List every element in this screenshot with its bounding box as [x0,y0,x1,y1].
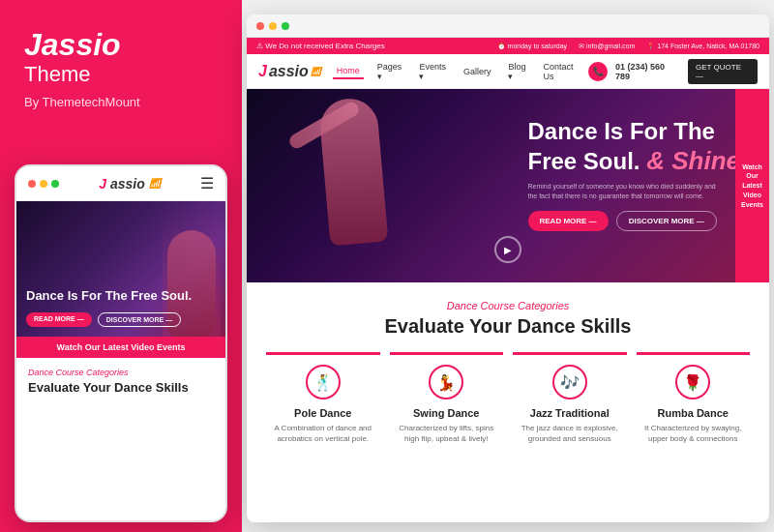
get-quote-button[interactable]: GET QUOTE — [688,59,758,84]
hero-discover-btn[interactable]: DISCOVER MORE — [616,211,717,231]
cat-card-name-0: Pole Dance [274,407,372,419]
info-schedule: ⏰ monday to saturday [497,43,567,50]
cat-card-desc-2: The jazz dance is explosive, grounded an… [521,423,619,444]
hero-title-line1: Dance Is For The [528,118,741,146]
info-address: 📍 174 Foster Ave, Natick, MA 01780 [646,43,759,50]
brand-title: Jassio [24,29,218,60]
cat-card-icon-0: 🕺 [306,365,341,399]
hero-play-button[interactable]: ▶ [494,236,521,263]
mobile-logo: J assio 📶 [99,176,161,192]
desktop-info-bar: ⚠ We Do not received Extra Charges ⏰ mon… [247,38,769,54]
hero-dancer-silhouette [266,89,440,282]
nav-link-events[interactable]: Events ▾ [415,60,450,83]
category-title: Evaluate Your Dance Skills [266,315,750,338]
mobile-hamburger-icon[interactable]: ☰ [200,174,214,192]
mobile-hero-text: Dance Is For The Free Soul. [26,288,192,305]
category-card-1: 💃 Swing Dance Characterized by lifts, sp… [390,352,504,454]
dot-yellow [40,180,47,188]
category-card-0: 🕺 Pole Dance A Combination of dance and … [266,352,380,454]
d-dot-yellow [269,22,277,30]
hero-text-area: Dance Is For The Free Soul. & Shine Remi… [528,118,741,231]
mobile-section-title: Evaluate Your Dance Skills [28,380,214,396]
category-label: Dance Course Categories [266,300,750,311]
desktop-hero: Dance Is For The Free Soul. & Shine Remi… [247,89,769,282]
mobile-hero: Dance Is For The Free Soul. READ MORE — … [16,201,225,337]
mobile-mockup: J assio 📶 ☰ Dance Is For The Free Soul. … [15,164,227,522]
d-dot-red [256,22,264,30]
phone-icon: 📞 [588,62,608,81]
mobile-bottom-section: Dance Course Categories Evaluate Your Da… [16,358,225,405]
cat-card-desc-3: It Characterized by swaying, upper body … [644,423,743,444]
nav-logo: Jassio📶 [258,63,321,80]
dot-green [51,180,59,188]
info-bar-right: ⏰ monday to saturday ✉ info@gmail.com 📍 … [497,43,759,50]
mobile-read-more-btn[interactable]: READ MORE — [26,312,92,327]
brand-author: By ThemetechMount [24,95,218,109]
desktop-mockup: ⚠ We Do not received Extra Charges ⏰ mon… [247,15,769,522]
cat-card-name-2: Jazz Traditional [521,407,619,419]
nav-link-home[interactable]: Home [333,64,364,79]
cat-card-icon-1: 💃 [429,365,463,399]
hero-read-more-btn[interactable]: READ MORE — [528,211,609,231]
desktop-top-bar [247,15,769,38]
nav-link-blog[interactable]: Blog ▾ [504,60,529,83]
nav-link-contact[interactable]: Contact Us [539,60,577,83]
mobile-logo-name: assio [110,176,145,192]
nav-link-gallery[interactable]: Gallery [460,65,495,78]
category-card-3: 🌹 Rumba Dance It Characterized by swayin… [637,352,751,454]
video-strip-text: WatchOurLatestVideoEvents [741,163,763,210]
cat-card-desc-0: A Combination of dance and acrobatics on… [274,423,372,444]
cat-card-icon-2: 🎶 [552,365,587,399]
info-bar-alert: ⚠ We Do not received Extra Charges [256,42,492,50]
hero-shine-text: & Shine [646,146,740,175]
cat-card-name-1: Swing Dance [398,407,496,419]
brand-sub: Theme [24,62,218,87]
dot-red [28,180,36,188]
desktop-categories: Dance Course Categories Evaluate Your Da… [247,282,769,468]
d-dot-green [282,22,289,30]
hero-subtitle: Remind yourself of someone you know who … [528,182,722,201]
mobile-discover-btn[interactable]: DISCOVER MORE — [98,312,181,327]
desktop-nav: Jassio📶 Home Pages ▾ Events ▾ Gallery Bl… [247,54,769,89]
mobile-hero-buttons: READ MORE — DISCOVER MORE — [26,312,192,327]
nav-phone-number: 01 (234) 560 789 [615,62,680,81]
cat-card-desc-1: Characterized by lifts, spins high flip,… [398,423,496,444]
nav-wifi-icon: 📶 [311,67,321,76]
nav-links: Home Pages ▾ Events ▾ Gallery Blog ▾ Con… [333,60,578,83]
cat-card-name-3: Rumba Dance [644,407,743,419]
left-panel: Jassio Theme By ThemetechMount J assio 📶… [0,0,242,532]
mobile-logo-text: J [99,176,106,192]
mobile-category-label: Dance Course Categories [28,368,214,377]
mobile-window-dots [28,180,59,188]
mobile-video-banner: Watch Our Latest Video Events [16,337,225,358]
nav-right: 📞 01 (234) 560 789 GET QUOTE — [588,59,758,84]
hero-title-line2: Free Soul. & Shine [528,146,741,176]
info-email: ✉ info@gmail.com [579,43,635,50]
hero-title: Dance Is For The Free Soul. & Shine [528,118,741,176]
hero-buttons: READ MORE — DISCOVER MORE — [528,211,741,231]
video-events-strip: WatchOurLatestVideoEvents [735,89,769,282]
mobile-top-bar: J assio 📶 ☰ [16,166,225,201]
nav-link-pages[interactable]: Pages ▾ [373,60,406,83]
category-card-2: 🎶 Jazz Traditional The jazz dance is exp… [513,352,627,454]
cat-card-icon-3: 🌹 [675,365,710,399]
mobile-wifi-icon: 📶 [149,178,161,189]
category-cards: 🕺 Pole Dance A Combination of dance and … [266,352,750,454]
